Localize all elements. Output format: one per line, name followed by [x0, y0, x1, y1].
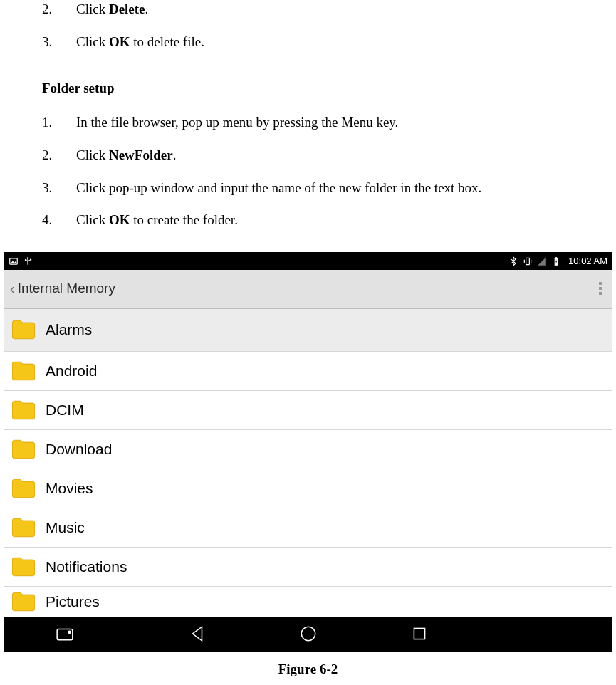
- step-number: 3.: [42, 179, 76, 197]
- list-item[interactable]: Alarms: [4, 309, 612, 352]
- folder-label: Alarms: [46, 321, 92, 338]
- list-item[interactable]: Pictures: [4, 587, 612, 617]
- action-bar: ‹ Internal Memory: [4, 270, 612, 309]
- list-item[interactable]: Notifications: [4, 548, 612, 587]
- step-number: 2.: [42, 0, 76, 19]
- status-bar: 10:02 AM: [4, 253, 612, 270]
- document-body: 2. Click Delete. 3. Click OK to delete f…: [0, 0, 616, 252]
- step-text: Click NewFolder.: [76, 146, 176, 164]
- folder-label: Movies: [46, 480, 93, 497]
- folder-icon: [11, 591, 36, 612]
- folder-label: Android: [46, 362, 97, 380]
- svg-point-9: [301, 627, 315, 641]
- svg-rect-10: [414, 628, 424, 639]
- step-number: 4.: [42, 211, 76, 229]
- step-text: Click Delete.: [76, 0, 148, 19]
- no-sim-icon: [537, 256, 547, 266]
- folder-steps-list: 1. In the file browser, pop up menu by p…: [42, 113, 574, 229]
- status-clock: 10:02 AM: [568, 256, 607, 266]
- folder-icon: [11, 478, 36, 499]
- svg-point-3: [30, 258, 31, 260]
- svg-rect-4: [526, 258, 530, 264]
- list-item: 2. Click Delete.: [42, 0, 574, 19]
- back-chevron-icon[interactable]: ‹: [10, 281, 15, 297]
- step-text: Click pop-up window and input the name o…: [76, 179, 481, 197]
- step-number: 3.: [42, 33, 76, 51]
- file-list: Alarms Android DCIM Download Movies: [4, 309, 612, 617]
- folder-label: DCIM: [46, 402, 84, 419]
- list-item: 3. Click OK to delete file.: [42, 33, 574, 51]
- folder-icon: [11, 556, 36, 577]
- bluetooth-icon: [508, 256, 518, 266]
- list-item: 1. In the file browser, pop up menu by p…: [42, 113, 574, 132]
- step-number: 2.: [42, 146, 76, 164]
- folder-icon: [11, 399, 36, 421]
- figure-caption: Figure 6-2: [0, 662, 616, 677]
- screen-title[interactable]: Internal Memory: [18, 281, 115, 296]
- overflow-menu-icon[interactable]: [595, 278, 606, 299]
- list-item[interactable]: Android: [4, 352, 612, 391]
- svg-rect-2: [25, 259, 26, 261]
- screenshot-icon[interactable]: [56, 624, 74, 643]
- delete-steps-list: 2. Click Delete. 3. Click OK to delete f…: [42, 0, 574, 51]
- navigation-bar: [4, 617, 612, 651]
- android-screenshot: 10:02 AM ‹ Internal Memory Alarms Androi…: [4, 252, 612, 652]
- list-item[interactable]: Download: [4, 430, 612, 469]
- status-left: [9, 256, 33, 266]
- folder-icon: [11, 439, 36, 460]
- list-item[interactable]: DCIM: [4, 391, 612, 430]
- section-heading: Folder setup: [42, 80, 574, 96]
- folder-label: Download: [46, 441, 112, 458]
- folder-label: Music: [46, 519, 85, 536]
- folder-icon: [11, 360, 36, 382]
- folder-label: Pictures: [46, 593, 100, 610]
- vibrate-icon: [523, 256, 533, 266]
- folder-icon: [11, 319, 36, 340]
- recents-button[interactable]: [410, 624, 429, 643]
- step-text: In the file browser, pop up menu by pres…: [76, 113, 398, 132]
- folder-label: Notifications: [46, 558, 127, 575]
- step-text: Click OK to create the folder.: [76, 211, 238, 229]
- step-number: 1.: [42, 113, 76, 132]
- list-item: 3. Click pop-up window and input the nam…: [42, 179, 574, 197]
- image-icon: [9, 256, 19, 266]
- list-item[interactable]: Music: [4, 508, 612, 548]
- status-right: 10:02 AM: [508, 256, 607, 266]
- svg-point-8: [68, 631, 71, 633]
- home-button[interactable]: [299, 624, 318, 643]
- svg-rect-6: [555, 257, 557, 258]
- list-item: 2. Click NewFolder.: [42, 146, 574, 164]
- step-text: Click OK to delete file.: [76, 33, 204, 51]
- folder-icon: [11, 517, 36, 538]
- back-button[interactable]: [188, 624, 207, 643]
- list-item: 4. Click OK to create the folder.: [42, 211, 574, 229]
- usb-debug-icon: [23, 256, 33, 266]
- battery-charging-icon: [551, 256, 561, 266]
- list-item[interactable]: Movies: [4, 469, 612, 508]
- svg-rect-0: [10, 258, 18, 264]
